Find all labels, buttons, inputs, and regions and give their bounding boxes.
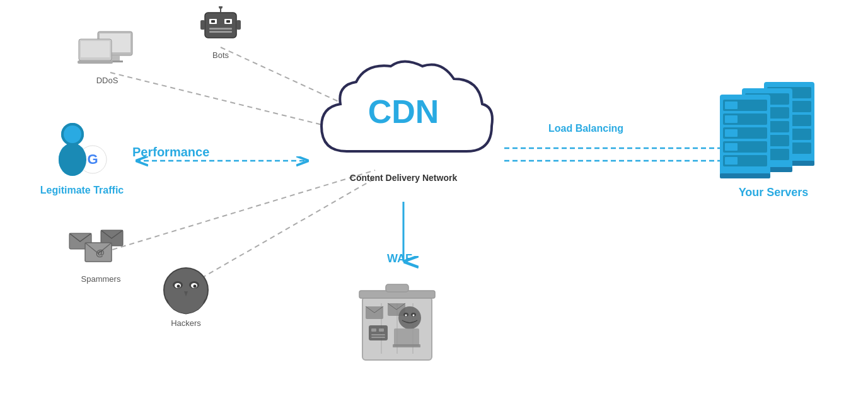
svg-rect-19 [226,20,230,23]
svg-rect-15 [205,13,236,38]
bots-icon [195,6,246,47]
svg-rect-20 [209,28,232,30]
waf-area: WAF [334,252,460,366]
svg-rect-97 [371,334,385,335]
svg-rect-69 [720,173,770,178]
svg-rect-95 [371,328,376,332]
svg-text:CDN: CDN [368,93,439,130]
svg-point-23 [219,6,223,9]
your-servers-icon [720,82,827,180]
svg-point-31 [59,143,86,176]
svg-point-93 [413,315,415,316]
svg-rect-65 [725,115,738,123]
waf-label-container: WAF [334,252,460,265]
performance-label: Performance [132,145,209,160]
svg-rect-14 [78,61,113,64]
svg-rect-83 [386,284,408,292]
svg-rect-67 [725,143,738,151]
svg-rect-96 [379,328,384,332]
svg-rect-64 [725,102,738,109]
trash-bin-icon [347,269,448,363]
svg-rect-100 [393,344,420,347]
svg-rect-68 [725,157,738,165]
svg-rect-13 [81,41,110,57]
svg-rect-21 [209,31,232,33]
hackers-label: Hackers [151,318,221,328]
your-servers-node: Your Servers [717,82,830,199]
svg-rect-24 [200,20,205,30]
svg-point-32 [64,125,81,143]
spammers-node: @ Spammers [63,227,139,284]
bots-node: Bots [189,6,252,60]
hackers-icon [158,265,214,315]
legitimate-traffic-node: G Legitimate Traffic [32,117,132,196]
svg-rect-25 [236,20,241,30]
svg-point-89 [398,306,421,329]
svg-point-79 [177,285,180,288]
cdn-cloud: CDN Content Delivery Network [303,50,504,183]
svg-rect-98 [371,337,385,338]
svg-rect-94 [369,325,388,340]
ddos-node: DDoS [69,25,145,85]
legitimate-traffic-icon: G [41,117,123,180]
spammers-icon: @ [66,227,136,271]
ddos-icon [76,25,139,73]
svg-rect-99 [394,328,419,346]
svg-text:@: @ [96,248,105,258]
diagram-container: DDoS Bots [0,0,868,418]
svg-rect-18 [211,20,215,23]
cdn-cloud-shape: CDN [309,50,498,177]
hackers-node: Hackers [151,265,221,328]
ddos-label: DDoS [69,76,145,85]
svg-rect-66 [725,129,738,137]
spammers-label: Spammers [63,274,139,284]
waf-label: WAF [387,252,412,265]
bots-label: Bots [189,50,252,60]
legitimate-traffic-label: Legitimate Traffic [32,185,132,196]
svg-text:G: G [87,151,98,167]
your-servers-label: Your Servers [717,186,830,199]
load-balancing-label: Load Balancing [548,123,623,134]
svg-point-92 [405,315,407,316]
svg-point-80 [194,285,197,288]
